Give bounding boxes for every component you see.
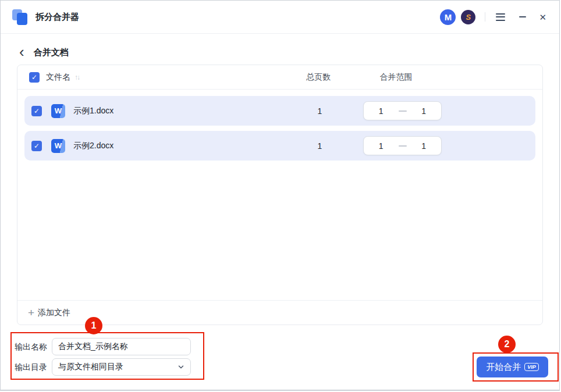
output-name-label: 输出名称 — [15, 338, 47, 355]
range-from-input[interactable]: 1 — [377, 141, 386, 151]
account-badge-letter: M — [445, 12, 452, 22]
breadcrumb: ‹ 合并文档 — [19, 47, 559, 58]
app-logo-icon — [12, 9, 28, 25]
merge-range-box: 1 1 — [363, 101, 442, 120]
file-name: 示例2.docx — [73, 141, 113, 151]
chevron-down-icon — [177, 364, 184, 370]
range-dash — [399, 111, 407, 112]
range-dash — [399, 145, 407, 147]
check-icon: ✓ — [34, 107, 40, 115]
output-name-input[interactable] — [52, 338, 191, 355]
add-file-button[interactable]: + 添加文件 — [17, 300, 542, 325]
column-header-pages: 总页数 — [286, 72, 350, 83]
app-title: 拆分合并器 — [35, 12, 79, 23]
range-to-input[interactable]: 1 — [419, 141, 428, 151]
minimize-icon[interactable] — [519, 13, 527, 21]
close-icon[interactable]: ✕ — [539, 13, 546, 22]
coin-badge-letter: S — [466, 13, 471, 22]
account-badge-icon[interactable]: M — [440, 9, 456, 25]
row-checkbox[interactable]: ✓ — [31, 106, 42, 116]
plus-icon: + — [28, 307, 34, 318]
file-rows: ✓ W 示例1.docx 1 1 1 ✓ W 示例2.docx 1 — [17, 90, 542, 161]
annotation-step-2: 2 — [498, 336, 516, 353]
table-row[interactable]: ✓ W 示例1.docx 1 1 1 — [24, 96, 535, 126]
word-doc-icon: W — [51, 139, 65, 153]
back-chevron-icon[interactable]: ‹ — [19, 47, 24, 56]
row-checkbox[interactable]: ✓ — [31, 141, 42, 151]
titlebar-divider — [485, 12, 485, 22]
coin-badge-icon[interactable]: S — [461, 10, 475, 24]
output-dir-select[interactable]: 与原文件相同目录 — [52, 358, 191, 376]
file-name: 示例1.docx — [73, 106, 113, 116]
output-dir-label: 输出目录 — [15, 358, 47, 376]
table-row[interactable]: ✓ W 示例2.docx 1 1 1 — [24, 131, 535, 161]
titlebar: 拆分合并器 M S ✕ — [1, 1, 559, 34]
range-from-input[interactable]: 1 — [377, 106, 386, 116]
titlebar-actions: M S ✕ — [440, 9, 546, 25]
range-to-input[interactable]: 1 — [419, 106, 428, 116]
add-file-label: 添加文件 — [38, 308, 70, 318]
column-header-range: 合并范围 — [360, 72, 432, 83]
total-pages: 1 — [289, 106, 350, 116]
output-dir-value: 与原文件相同目录 — [58, 362, 177, 372]
sort-icon[interactable]: ↑↓ — [74, 73, 79, 81]
vip-badge: VIP — [524, 363, 539, 371]
check-icon: ✓ — [34, 142, 40, 150]
merge-range-box: 1 1 — [363, 136, 442, 155]
table-header: ✓ 文件名 ↑↓ 总页数 合并范围 — [17, 65, 542, 90]
page-title: 合并文档 — [34, 47, 69, 58]
start-merge-button[interactable]: 开始合并 VIP — [477, 357, 548, 377]
select-all-checkbox[interactable]: ✓ — [29, 72, 40, 83]
start-merge-label: 开始合并 — [486, 362, 521, 373]
file-list-panel: ✓ 文件名 ↑↓ 总页数 合并范围 ✓ W 示例1.docx 1 1 1 — [17, 65, 543, 325]
app-window: 拆分合并器 M S ✕ ‹ 合并文档 ✓ 文件名 ↑↓ 总页数 合并范围 — [0, 0, 560, 391]
check-icon: ✓ — [31, 73, 37, 81]
column-header-filename: 文件名 — [46, 72, 70, 83]
menu-icon[interactable] — [496, 13, 505, 21]
total-pages: 1 — [289, 141, 350, 151]
word-doc-icon: W — [51, 104, 65, 118]
